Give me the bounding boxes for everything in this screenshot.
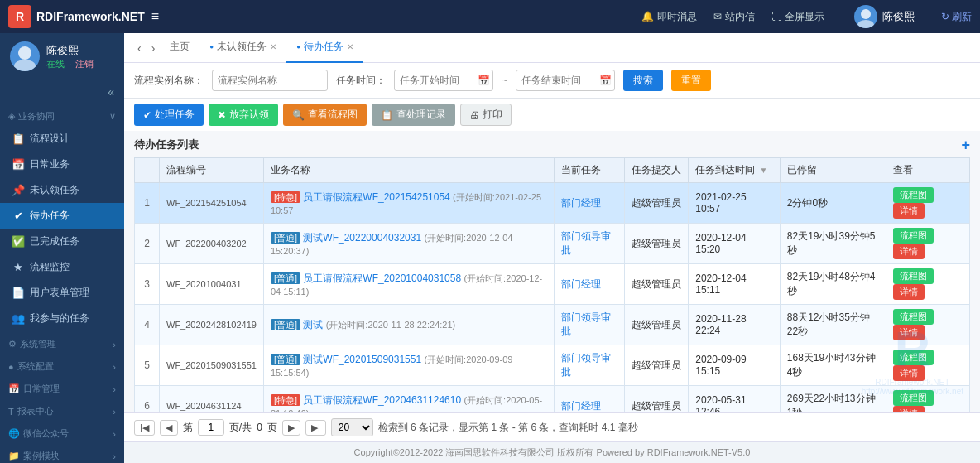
col-arrive-time[interactable]: 任务到达时间 ▼ — [689, 158, 781, 183]
print-btn[interactable]: 🖨 打印 — [460, 104, 512, 126]
reset-btn[interactable]: 重置 — [671, 70, 711, 91]
flow-btn[interactable]: 流程图 — [893, 268, 934, 284]
tab-unclaimed[interactable]: ● 未认领任务 ✕ — [199, 33, 286, 63]
flow-btn[interactable]: 流程图 — [893, 390, 934, 406]
table-row[interactable]: 1 WF_202154251054 [特急] 员工请假流程WF_20215425… — [135, 183, 970, 224]
report-label: 报表中心 — [17, 405, 54, 417]
menu-toggle-icon[interactable]: ≡ — [151, 9, 159, 24]
sidebar-item-pending[interactable]: ✔ 待办任务 — [0, 203, 124, 229]
sidebar-collapse-btn[interactable]: « — [0, 80, 124, 104]
add-row-icon[interactable]: + — [961, 137, 970, 152]
table-row[interactable]: 6 WF_20204631124 [特急] 员工请假流程WF_202046311… — [135, 386, 970, 413]
cell-current-task: 部门经理 — [555, 183, 625, 224]
business-name-text: 员工请假流程WF_202154251054 — [303, 191, 449, 203]
cell-arrive-time: 2020-05-31 12:46 — [689, 386, 781, 413]
chevron-right-system-icon: › — [113, 340, 116, 350]
tab-home[interactable]: 主页 — [160, 33, 199, 63]
detail-btn[interactable]: 详情 — [893, 244, 925, 259]
logout-btn[interactable]: 注销 — [75, 59, 94, 69]
completed-label: 已完成任务 — [30, 234, 79, 248]
cell-business-name: [普通] 测试WF_20220004032031 (开始时间:2020-12-0… — [263, 224, 554, 264]
tab-unclaimed-close[interactable]: ✕ — [270, 42, 276, 51]
pending-label: 待办任务 — [30, 209, 70, 223]
tag-urgent: [特急] — [271, 394, 300, 406]
detail-btn[interactable]: 详情 — [893, 284, 925, 300]
table-row[interactable]: 3 WF_20201004031 [普通] 员工请假流程WF_202010040… — [135, 264, 970, 305]
sidebar-category-business[interactable]: ◈ 业务协同 ∨ — [0, 104, 124, 126]
nav-inbox[interactable]: ✉ 站内信 — [713, 10, 755, 24]
start-date-wrapper: 📅 — [394, 70, 493, 91]
detail-btn[interactable]: 详情 — [893, 203, 925, 219]
sidebar-user-info: 陈俊熙 在线 · 注销 — [46, 43, 114, 70]
table-row[interactable]: 5 WF_20201509031551 [普通] 测试WF_2020150903… — [135, 345, 970, 386]
svg-point-2 — [18, 46, 31, 60]
search-input[interactable] — [212, 70, 328, 91]
give-up-claim-btn[interactable]: ✖ 放弃认领 — [209, 104, 278, 126]
sidebar-category-config[interactable]: ● 系统配置 › — [0, 354, 124, 376]
username: 陈俊熙 — [882, 9, 915, 24]
process-task-btn[interactable]: ✔ 处理任务 — [134, 104, 204, 126]
view-flow-btn[interactable]: 🔍 查看流程图 — [283, 104, 367, 126]
sidebar-category-wechat[interactable]: 🌐 微信公众号 › — [0, 421, 124, 443]
sidebar-item-flow-monitor[interactable]: ★ 流程监控 — [0, 254, 124, 280]
sidebar-category-system[interactable]: ⚙ 系统管理 › — [0, 331, 124, 354]
cell-process-id: WF_20202428102419 — [160, 305, 264, 345]
sidebar-item-form-mgmt[interactable]: 📄 用户表单管理 — [0, 280, 124, 306]
detail-btn[interactable]: 详情 — [893, 325, 925, 340]
case-label: 案例模块 — [23, 450, 60, 462]
flow-btn[interactable]: 流程图 — [893, 228, 934, 244]
search-btn[interactable]: 搜索 — [623, 70, 663, 91]
sidebar-item-daily-business[interactable]: 📅 日常业务 — [0, 152, 124, 177]
cell-submitter: 超级管理员 — [625, 224, 689, 264]
nav-fullscreen[interactable]: ⛶ 全屏显示 — [771, 10, 824, 24]
view-records-btn[interactable]: 📋 查处理记录 — [372, 104, 455, 126]
tab-pending[interactable]: ● 待办任务 ✕ — [286, 33, 363, 63]
sidebar-item-flow-design[interactable]: 📋 流程设计 — [0, 126, 124, 152]
flow-btn[interactable]: 流程图 — [893, 187, 934, 203]
sidebar-category-daily[interactable]: 📅 日常管理 › — [0, 376, 124, 398]
sidebar-category-report[interactable]: T 报表中心 › — [0, 398, 124, 421]
col-business-name: 业务名称 — [263, 158, 554, 183]
tab-pending-close[interactable]: ✕ — [347, 42, 353, 51]
logo-icon: R — [8, 5, 31, 28]
print-icon: 🖨 — [469, 109, 479, 121]
form-mgmt-label: 用户表单管理 — [30, 286, 89, 300]
tabs-forward-btn[interactable]: › — [147, 41, 161, 55]
nav-message[interactable]: 🔔 即时消息 — [641, 10, 697, 24]
table-body: 1 WF_202154251054 [特急] 员工请假流程WF_20215425… — [135, 183, 970, 413]
pagination-summary: 检索到 6 条记录，显示第 1 条 - 第 6 条，查询耗时 4.1 毫秒 — [378, 421, 638, 435]
flow-btn[interactable]: 流程图 — [893, 350, 934, 365]
sidebar-item-my-tasks[interactable]: 👥 我参与的任务 — [0, 306, 124, 331]
refresh-btn[interactable]: ↻ 刷新 — [941, 10, 972, 24]
flow-design-label: 流程设计 — [30, 132, 70, 146]
system-mgmt-label: 系统管理 — [20, 338, 56, 350]
prev-page-btn[interactable]: ◀ — [160, 420, 178, 436]
page-size-select[interactable]: 20 50 100 — [331, 418, 373, 436]
flow-btn[interactable]: 流程图 — [893, 309, 934, 325]
next-page-btn[interactable]: ▶ — [282, 420, 300, 436]
header-nav: 🔔 即时消息 ✉ 站内信 ⛶ 全屏显示 陈俊熙 ↻ 刷新 — [641, 5, 972, 28]
header-user[interactable]: 陈俊熙 — [854, 5, 915, 28]
sidebar-item-unclaimed[interactable]: 📌 未认领任务 — [0, 177, 124, 203]
cell-business-name: [普通] 员工请假流程WF_20201004031058 (开始时间:2020-… — [263, 264, 554, 305]
sidebar-category-case[interactable]: 📁 案例模块 › — [0, 443, 124, 463]
flow-design-icon: 📋 — [12, 133, 25, 145]
first-page-btn[interactable]: |◀ — [134, 420, 155, 436]
end-date-wrapper: 📅 — [516, 70, 615, 91]
page-number-input[interactable] — [198, 419, 224, 436]
cell-business-name: [特急] 员工请假流程WF_202154251054 (开始时间:2021-02… — [263, 183, 554, 224]
tabs-back-btn[interactable]: ‹ — [132, 41, 147, 55]
cell-num: 4 — [135, 305, 160, 345]
sidebar-user-avatar — [10, 41, 40, 71]
config-label: 系统配置 — [17, 360, 54, 373]
unclaimed-label: 未认领任务 — [30, 183, 79, 197]
last-page-btn[interactable]: ▶| — [305, 420, 326, 436]
sidebar: 陈俊熙 在线 · 注销 « ◈ 业务协同 ∨ 📋 流程设计 📅 日常业务 📌 — [0, 33, 124, 463]
table-row[interactable]: 2 WF_202200403202 [普通] 测试WF_202200040320… — [135, 224, 970, 264]
sidebar-item-completed[interactable]: ✅ 已完成任务 — [0, 229, 124, 254]
detail-btn[interactable]: 详情 — [893, 365, 925, 381]
table-title: 待办任务列表 + — [134, 137, 970, 152]
table-row[interactable]: 4 WF_20202428102419 [普通] 测试 (开始时间:2020-1… — [135, 305, 970, 345]
cell-current-task: 部门经理 — [555, 386, 625, 413]
detail-btn[interactable]: 详情 — [893, 406, 925, 412]
